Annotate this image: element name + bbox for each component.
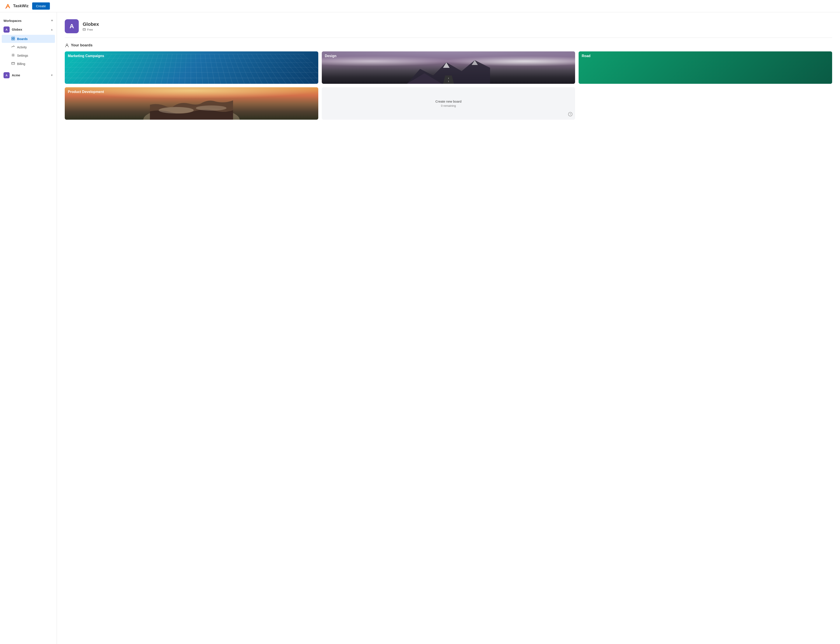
create-board-label: Create new board [435, 100, 461, 103]
main-content: A Globex Free Your boards [57, 12, 840, 644]
svg-point-16 [196, 105, 227, 111]
boards-section-title: Your boards [65, 43, 832, 48]
sidebar: Workspaces + A Globex ▲ [0, 12, 57, 644]
svg-rect-1 [13, 37, 15, 38]
board-card-road[interactable]: Road [579, 51, 832, 84]
boards-icon [12, 37, 15, 41]
svg-point-4 [13, 55, 14, 56]
workspace-header: A Globex Free [65, 19, 832, 38]
app-header: TaskWiz Create [0, 0, 840, 12]
svg-rect-5 [12, 62, 15, 64]
board-design-title: Design [325, 54, 337, 58]
board-product-title: Product Development [68, 90, 104, 94]
create-button[interactable]: Create [32, 2, 50, 10]
workspace-acme-avatar: A [3, 72, 10, 78]
workspaces-label: Workspaces [3, 19, 21, 23]
workspace-title: Globex [83, 21, 99, 27]
workspaces-header: Workspaces + [0, 16, 57, 25]
workspace-globex-name: Globex [12, 28, 22, 31]
workspace-plan: Free [83, 28, 99, 31]
workspace-acme-chevron: ▼ [51, 74, 53, 77]
billing-icon [12, 62, 15, 66]
app-name: TaskWiz [13, 4, 29, 8]
plan-icon [83, 28, 86, 31]
workspace-acme-name: Acme [12, 74, 20, 77]
board-card-design[interactable]: Design [322, 51, 575, 84]
board-road-title: Road [582, 54, 590, 58]
main-layout: Workspaces + A Globex ▲ [0, 12, 840, 644]
road-bg [579, 51, 832, 84]
plan-label: Free [87, 28, 93, 31]
workspace-globex-chevron: ▲ [51, 28, 53, 31]
svg-rect-6 [83, 29, 85, 31]
svg-rect-3 [13, 39, 15, 40]
create-board-button[interactable]: Create new board 0 remaining ? [322, 87, 575, 120]
create-board-remaining: 0 remaining [441, 104, 456, 107]
mountain-svg [322, 51, 575, 84]
logo-icon [4, 3, 12, 10]
workspace-globex[interactable]: A Globex ▲ [0, 25, 57, 34]
svg-point-15 [159, 107, 194, 113]
activity-icon [12, 45, 15, 49]
globex-nav: Boards Activity Setting [0, 35, 57, 68]
boards-section: Your boards Marketing Campaigns [65, 43, 832, 120]
boards-grid: Marketing Campaigns [65, 51, 832, 120]
activity-label: Activity [17, 46, 27, 49]
svg-rect-2 [12, 39, 13, 40]
board-card-product[interactable]: Product Development [65, 87, 318, 120]
workspace-header-avatar: A [65, 19, 79, 33]
boards-label: Boards [17, 37, 28, 41]
workspace-acme[interactable]: A Acme ▼ [0, 71, 57, 80]
board-marketing-pattern [65, 54, 318, 84]
workspace-acme-left: A Acme [3, 72, 20, 78]
settings-label: Settings [17, 54, 28, 58]
sidebar-item-boards[interactable]: Boards [2, 35, 55, 43]
person-icon [65, 43, 69, 48]
svg-rect-0 [12, 37, 13, 38]
billing-label: Billing [17, 62, 25, 66]
svg-point-7 [66, 44, 68, 46]
help-icon[interactable]: ? [568, 112, 572, 117]
workspace-globex-avatar: A [3, 26, 10, 33]
workspace-header-info: Globex Free [83, 21, 99, 31]
workspace-globex-left: A Globex [3, 26, 22, 33]
add-workspace-button[interactable]: + [51, 18, 53, 23]
app-logo: TaskWiz [4, 3, 29, 10]
sidebar-item-settings[interactable]: Settings [2, 51, 55, 59]
sidebar-item-activity[interactable]: Activity [2, 43, 55, 51]
board-marketing-title: Marketing Campaigns [68, 54, 104, 58]
svg-text:?: ? [570, 113, 571, 116]
settings-icon [12, 53, 15, 58]
sidebar-item-billing[interactable]: Billing [2, 60, 55, 68]
board-card-marketing[interactable]: Marketing Campaigns [65, 51, 318, 84]
